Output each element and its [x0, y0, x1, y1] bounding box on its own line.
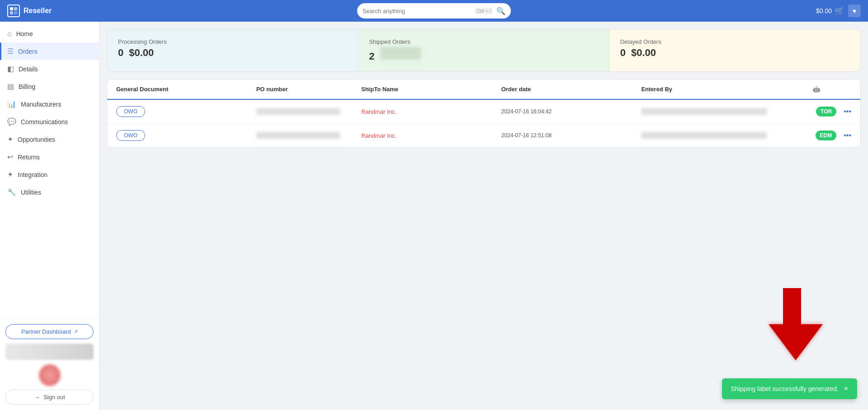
- row-actions-1: TOR •••: [781, 107, 851, 116]
- delayed-values: 0 $0.00: [620, 47, 849, 59]
- table-header: General Document PO number ShipTo Name O…: [107, 79, 860, 100]
- sidebar-item-label-opportunities: Opportunities: [18, 136, 55, 143]
- more-options-button-2[interactable]: •••: [844, 131, 851, 140]
- entered-blur-2: [641, 132, 767, 139]
- sidebar-item-returns[interactable]: ↩Returns: [0, 148, 99, 166]
- search-bar-container: Ctrl + / 🔍: [357, 3, 511, 19]
- sign-out-button[interactable]: → Sign out: [5, 390, 94, 405]
- sidebar-item-details[interactable]: ◧Details: [0, 60, 99, 78]
- col-general-document: General Document: [116, 86, 256, 93]
- po-blur-2: [256, 132, 340, 139]
- shipped-count: 2: [369, 51, 374, 62]
- app-logo: Reseller: [7, 5, 52, 17]
- processing-label: Processing Orders: [118, 38, 347, 45]
- toast-notification: Shipping label successfully generated. ×: [722, 378, 858, 399]
- communications-icon: 💬: [7, 117, 16, 126]
- annotation-arrow: [769, 324, 823, 360]
- orders-icon: ☰: [7, 47, 14, 56]
- cart-icon[interactable]: 🛒: [835, 6, 844, 16]
- sidebar-item-label-utilities: Utilities: [21, 189, 41, 196]
- doc-cell-2: OWO: [116, 130, 256, 141]
- sidebar-item-label-returns: Returns: [18, 154, 40, 161]
- sidebar-item-label-orders: Orders: [18, 48, 38, 55]
- shipped-amount-blur: [380, 47, 421, 60]
- svg-rect-2: [10, 11, 13, 14]
- sidebar-item-utilities[interactable]: 🔧Utilities: [0, 183, 99, 201]
- orders-table-card: General Document PO number ShipTo Name O…: [107, 79, 861, 148]
- manufacturers-icon: 📊: [7, 100, 16, 108]
- avatar: [39, 364, 61, 386]
- entered-cell-2: [641, 132, 781, 139]
- utilities-icon: 🔧: [7, 188, 16, 196]
- doc-cell-1: OWO: [116, 106, 256, 117]
- main-content: Processing Orders 0 $0.00 Shipped Orders…: [99, 22, 868, 410]
- col-entered-by: Entered By: [641, 86, 781, 93]
- annotation-arrow-shaft: [783, 288, 801, 324]
- svg-rect-0: [10, 7, 13, 10]
- doc-badge-2[interactable]: OWO: [116, 130, 145, 141]
- processing-amount: $0.00: [129, 47, 154, 59]
- sidebar-nav: ⌂Home☰Orders◧Details▤Billing📊Manufacture…: [0, 22, 99, 318]
- date-cell-1: 2024-07-16 16:04:42: [501, 108, 642, 115]
- col-order-date: Order date: [501, 86, 642, 93]
- nav-right: $0.00 🛒 ▾: [816, 5, 861, 17]
- toast-message: Shipping label successfully generated.: [731, 385, 839, 392]
- cart-amount: $0.00: [816, 7, 832, 14]
- col-po-number: PO number: [256, 86, 361, 93]
- top-navigation: Reseller Ctrl + / 🔍 $0.00 🛒 ▾: [0, 0, 868, 22]
- details-icon: ◧: [7, 65, 14, 73]
- delayed-amount: $0.00: [631, 47, 656, 59]
- sidebar-item-integration[interactable]: ✦Integration: [0, 166, 99, 183]
- sidebar-item-billing[interactable]: ▤Billing: [0, 78, 99, 95]
- returns-icon: ↩: [7, 153, 13, 161]
- po-cell-2: [256, 132, 361, 139]
- user-info: [5, 344, 94, 360]
- external-link-icon: ↗: [74, 329, 78, 335]
- logo-icon: [7, 5, 20, 17]
- stat-card-delayed: Delayed Orders 0 $0.00: [609, 29, 860, 71]
- delayed-label: Delayed Orders: [620, 38, 849, 45]
- stats-row: Processing Orders 0 $0.00 Shipped Orders…: [107, 29, 861, 72]
- robot-icon: 🤖: [813, 86, 820, 93]
- table-row: OWO Randmar Inc. 2024-07-16 16:04:42 TOR…: [107, 100, 860, 124]
- processing-count: 0: [118, 47, 123, 59]
- sidebar-item-label-integration: Integration: [18, 171, 47, 178]
- date-cell-2: 2024-07-16 12:51:08: [501, 132, 642, 139]
- svg-rect-3: [14, 11, 17, 14]
- shipped-label: Shipped Orders: [369, 38, 598, 45]
- shipto-cell-1: Randmar Inc.: [361, 108, 501, 115]
- entered-blur-1: [641, 108, 767, 115]
- sidebar-item-manufacturers[interactable]: 📊Manufacturers: [0, 95, 99, 113]
- po-blur-1: [256, 108, 340, 115]
- processing-values: 0 $0.00: [118, 47, 347, 59]
- sidebar-item-label-billing: Billing: [19, 83, 35, 90]
- partner-dashboard-button[interactable]: Partner Dashboard ↗: [5, 324, 94, 339]
- sidebar-bottom: Partner Dashboard ↗ → Sign out: [0, 318, 99, 410]
- more-options-button-1[interactable]: •••: [844, 107, 851, 116]
- sidebar-item-orders[interactable]: ☰Orders: [0, 42, 99, 60]
- sidebar-item-opportunities[interactable]: ✦Opportunities: [0, 130, 99, 148]
- search-shortcut: Ctrl + /: [475, 8, 493, 14]
- sidebar-item-label-communications: Communications: [21, 118, 68, 126]
- svg-rect-1: [14, 7, 17, 10]
- sign-out-label: Sign out: [43, 394, 65, 401]
- toast-close-button[interactable]: ×: [844, 385, 848, 393]
- delayed-count: 0: [620, 47, 626, 59]
- search-input[interactable]: [363, 8, 471, 14]
- app-name: Reseller: [24, 7, 52, 15]
- main-layout: ⌂Home☰Orders◧Details▤Billing📊Manufacture…: [0, 22, 868, 410]
- home-icon: ⌂: [7, 30, 12, 38]
- account-dropdown-button[interactable]: ▾: [848, 5, 861, 17]
- stat-card-processing: Processing Orders 0 $0.00: [107, 29, 358, 71]
- sign-out-icon: →: [34, 394, 40, 401]
- table-row: OWO Randmar Inc. 2024-07-16 12:51:08 EDM…: [107, 124, 860, 147]
- search-icon[interactable]: 🔍: [496, 7, 505, 15]
- partner-dashboard-label: Partner Dashboard: [21, 328, 71, 335]
- sidebar: ⌂Home☰Orders◧Details▤Billing📊Manufacture…: [0, 22, 99, 410]
- po-cell-1: [256, 108, 361, 115]
- opportunities-icon: ✦: [7, 135, 13, 144]
- doc-badge-1[interactable]: OWO: [116, 106, 145, 117]
- sidebar-item-home[interactable]: ⌂Home: [0, 25, 99, 42]
- sidebar-item-communications[interactable]: 💬Communications: [0, 113, 99, 130]
- location-badge-1: TOR: [816, 107, 836, 116]
